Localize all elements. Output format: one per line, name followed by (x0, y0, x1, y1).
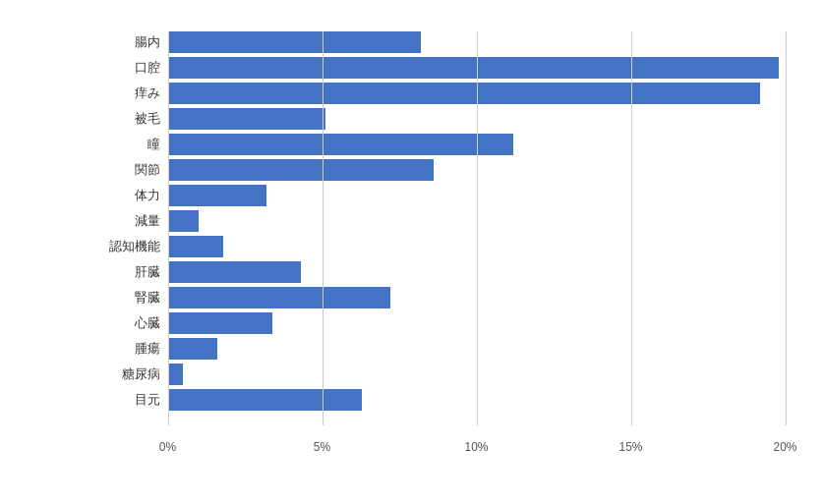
bar-fill-0 (168, 31, 421, 53)
bar-row-1 (168, 57, 786, 79)
bar-label-10: 腎臓 (97, 287, 168, 308)
bar-label-6: 体力 (97, 185, 168, 206)
bar-fill-8 (168, 236, 224, 257)
bars-section (168, 31, 786, 425)
right-column: 0%5%10%15%20% (168, 31, 786, 454)
x-axis: 0%5%10%15%20% (168, 429, 786, 454)
bar-row-8 (168, 236, 786, 257)
bar-row-4 (168, 134, 786, 155)
labels-column: 腸内口腔痒み被毛瞳関節体力減量認知機能肝臓腎臓心臓腫瘍糖尿病目元 (97, 31, 168, 454)
bar-fill-9 (168, 261, 301, 283)
bar-label-0: 腸内 (97, 31, 168, 53)
bar-label-5: 関節 (97, 159, 168, 181)
x-tick-0: 0% (159, 440, 176, 454)
bar-row-11 (168, 312, 786, 334)
bar-fill-10 (168, 287, 390, 308)
bar-label-13: 糖尿病 (97, 364, 168, 385)
bar-fill-12 (168, 338, 217, 360)
bar-label-14: 目元 (97, 389, 168, 411)
bar-row-6 (168, 185, 786, 206)
x-tick-4: 20% (773, 440, 796, 454)
bar-fill-4 (168, 134, 514, 155)
bar-fill-5 (168, 159, 434, 181)
bar-row-2 (168, 83, 786, 104)
bar-fill-3 (168, 108, 325, 130)
bar-label-11: 心臓 (97, 312, 168, 334)
bar-row-5 (168, 159, 786, 181)
bar-row-12 (168, 338, 786, 360)
bar-label-1: 口腔 (97, 57, 168, 79)
bar-row-14 (168, 389, 786, 411)
bar-fill-6 (168, 185, 266, 206)
bar-label-9: 肝臓 (97, 261, 168, 283)
bar-label-7: 減量 (97, 210, 168, 232)
bar-label-2: 痒み (97, 83, 168, 104)
bar-row-7 (168, 210, 786, 232)
bar-fill-11 (168, 312, 273, 334)
chart-inner: 腸内口腔痒み被毛瞳関節体力減量認知機能肝臓腎臓心臓腫瘍糖尿病目元 0%5%10%… (97, 31, 786, 454)
bar-row-10 (168, 287, 786, 308)
bar-fill-13 (168, 364, 184, 385)
bar-label-3: 被毛 (97, 108, 168, 130)
bar-label-12: 腫瘍 (97, 338, 168, 360)
chart-container: 腸内口腔痒み被毛瞳関節体力減量認知機能肝臓腎臓心臓腫瘍糖尿病目元 0%5%10%… (19, 12, 805, 493)
bar-row-3 (168, 108, 786, 130)
grid-line-20 (786, 31, 787, 425)
x-tick-3: 15% (618, 440, 642, 454)
x-tick-1: 5% (314, 440, 330, 454)
bar-fill-7 (168, 210, 199, 232)
bar-label-4: 瞳 (97, 134, 168, 155)
x-tick-2: 10% (464, 440, 488, 454)
bar-row-13 (168, 364, 786, 385)
bar-fill-1 (168, 57, 780, 79)
bar-row-0 (168, 31, 786, 53)
bar-label-8: 認知機能 (97, 236, 168, 257)
bar-fill-14 (168, 389, 363, 411)
bar-fill-2 (168, 83, 761, 104)
bar-row-9 (168, 261, 786, 283)
